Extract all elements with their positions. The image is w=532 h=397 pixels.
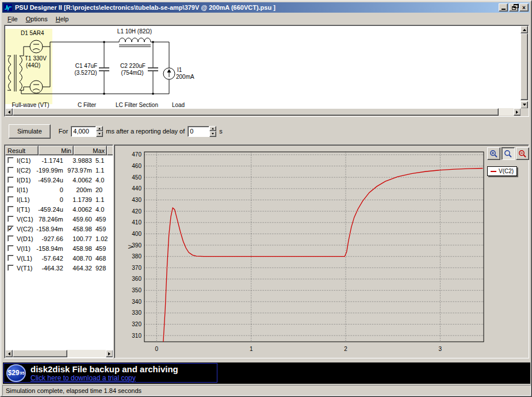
scroll-right-button[interactable] bbox=[106, 350, 113, 357]
schematic-canvas[interactable]: D1 5AR4 T1 330V (44Ω) L1 10H (82Ω) C1 47… bbox=[5, 26, 521, 109]
table-row: I(L1)01.17391.1 bbox=[5, 194, 113, 204]
table-row: I(T1)-459.24u4.00624.0 bbox=[5, 204, 113, 214]
i1-sub-label: 200mA bbox=[176, 74, 194, 80]
result-checkbox[interactable] bbox=[7, 157, 14, 163]
result-checkbox[interactable] bbox=[7, 245, 14, 251]
section-label-cfilter: C Filter bbox=[78, 102, 97, 108]
svg-text:420: 420 bbox=[132, 208, 141, 215]
result-max: 4.0062 bbox=[64, 177, 93, 184]
result-max: 200m bbox=[64, 186, 93, 193]
svg-text:470: 470 bbox=[132, 151, 141, 158]
result-max: 100.77 bbox=[64, 235, 93, 242]
svg-text:340: 340 bbox=[132, 299, 141, 305]
ad-banner[interactable]: $2995 disk2disk File backup and archivin… bbox=[3, 362, 530, 384]
price-big: $29 bbox=[8, 369, 20, 377]
menu-file[interactable]: File bbox=[3, 14, 22, 24]
column-header-min[interactable]: Min bbox=[39, 146, 74, 155]
zoom-in-button[interactable] bbox=[487, 147, 500, 160]
arrow-up-icon bbox=[523, 27, 526, 31]
result-max: 408.70 bbox=[64, 255, 93, 262]
results-table-header: Result Min Max bbox=[5, 146, 113, 155]
minimize-button[interactable] bbox=[499, 3, 508, 12]
arrow-left-icon bbox=[6, 352, 10, 356]
arrow-right-icon bbox=[516, 110, 520, 114]
schematic-hscrollbar[interactable] bbox=[5, 108, 521, 116]
column-header-max[interactable]: Max bbox=[74, 146, 107, 155]
scroll-left-button[interactable] bbox=[5, 108, 13, 116]
schematic-vscrollbar[interactable] bbox=[520, 26, 528, 109]
result-checkbox[interactable] bbox=[7, 255, 14, 261]
for-label: For bbox=[59, 128, 68, 135]
result-max: 4.0062 bbox=[64, 206, 93, 213]
result-checkbox[interactable] bbox=[7, 235, 14, 242]
delay-input[interactable] bbox=[187, 126, 209, 137]
svg-text:430: 430 bbox=[132, 197, 141, 203]
zoom-out-icon bbox=[518, 150, 527, 158]
app-window: PSU Designer II [R:\projects\electronics… bbox=[0, 0, 532, 397]
result-checkbox[interactable] bbox=[7, 216, 14, 222]
result-name: I(I1) bbox=[17, 186, 28, 193]
result-checkbox[interactable] bbox=[7, 196, 14, 203]
result-checkbox[interactable] bbox=[7, 186, 14, 193]
section-label-fullwave: Full-wave (VT) bbox=[12, 102, 49, 108]
column-header-result[interactable]: Result bbox=[5, 146, 39, 155]
simulate-button[interactable]: Simulate bbox=[9, 124, 51, 139]
chart-panel: 3103203303403503603703803904004104204304… bbox=[114, 144, 529, 358]
spin-down-button[interactable] bbox=[96, 131, 103, 137]
legend-line-icon bbox=[491, 171, 496, 172]
result-checkbox[interactable] bbox=[7, 265, 14, 271]
result-name: I(L1) bbox=[17, 196, 30, 203]
result-min: -158.94m bbox=[34, 226, 64, 232]
close-button[interactable]: × bbox=[519, 3, 529, 12]
zoom-select-button[interactable] bbox=[502, 147, 515, 160]
ad-frame: $2995 disk2disk File backup and archivin… bbox=[3, 363, 217, 383]
restore-button[interactable] bbox=[509, 3, 518, 12]
schematic-drawing: D1 5AR4 T1 330V (44Ω) L1 10H (82Ω) C1 47… bbox=[5, 26, 521, 109]
result-name: V(T1) bbox=[17, 265, 33, 272]
svg-text:450: 450 bbox=[132, 174, 141, 181]
menu-options[interactable]: Options bbox=[22, 14, 52, 24]
duration-input[interactable] bbox=[71, 126, 96, 137]
d1-label: D1 5AR4 bbox=[21, 30, 44, 36]
svg-text:1: 1 bbox=[250, 346, 253, 352]
svg-text:330: 330 bbox=[132, 310, 141, 316]
table-row: V(C1)78.246m459.60459 bbox=[5, 214, 113, 224]
result-checkbox[interactable] bbox=[7, 167, 14, 173]
spin-down-button[interactable] bbox=[209, 131, 216, 137]
svg-text:3: 3 bbox=[439, 346, 442, 352]
svg-text:V: V bbox=[128, 245, 134, 249]
result-extra: 20 bbox=[93, 186, 113, 193]
zoom-out-button[interactable] bbox=[516, 147, 529, 160]
legend-label: V(C2) bbox=[499, 168, 514, 174]
c2-label: C2 220uF bbox=[120, 63, 146, 69]
delay-label: ms after a reporting delay of bbox=[106, 128, 185, 135]
scroll-left-button[interactable] bbox=[5, 350, 13, 357]
results-hscrollbar[interactable] bbox=[5, 350, 113, 357]
svg-text:360: 360 bbox=[132, 276, 141, 282]
result-extra: 459 bbox=[93, 216, 113, 223]
delay-spinner bbox=[209, 126, 216, 137]
spin-up-button[interactable] bbox=[209, 126, 216, 132]
chart-svg[interactable]: 3103203303403503603703803904004104204304… bbox=[114, 145, 529, 358]
result-min: 0 bbox=[34, 186, 64, 193]
vscroll-thumb[interactable] bbox=[520, 33, 528, 100]
spin-down-icon bbox=[212, 133, 214, 136]
result-name: V(I1) bbox=[17, 245, 30, 252]
result-extra: 1.1 bbox=[93, 167, 113, 174]
column-header-extra[interactable] bbox=[107, 146, 113, 155]
result-name: V(L1) bbox=[17, 255, 32, 262]
zoom-select-icon bbox=[504, 150, 512, 158]
result-checkbox[interactable] bbox=[7, 206, 14, 212]
title-bar[interactable]: PSU Designer II [R:\projects\electronics… bbox=[2, 2, 530, 13]
scroll-up-button[interactable] bbox=[520, 26, 528, 33]
result-checkbox[interactable]: ✓ bbox=[7, 226, 14, 232]
menu-help[interactable]: Help bbox=[52, 14, 73, 24]
scrollbar-corner bbox=[520, 108, 528, 116]
table-row: V(L1)-57.642408.70468 bbox=[5, 253, 113, 263]
spin-up-button[interactable] bbox=[96, 126, 103, 132]
arrow-right-icon bbox=[108, 352, 112, 356]
hscroll-thumb[interactable] bbox=[13, 108, 499, 116]
hscroll-thumb[interactable] bbox=[13, 350, 67, 357]
ad-download-link[interactable]: Click here to download a trial copy bbox=[30, 374, 178, 382]
result-checkbox[interactable] bbox=[7, 177, 14, 183]
